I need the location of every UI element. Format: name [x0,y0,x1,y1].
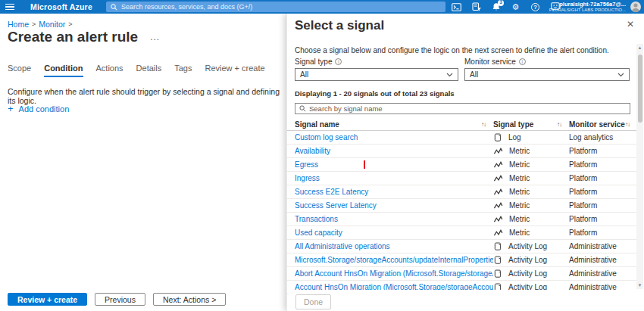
signal-name-link[interactable]: Availability [295,147,330,155]
column-header-signal-type[interactable]: Signal type ↑↓ [493,120,569,129]
scrollbar-thumb[interactable] [638,54,642,123]
signal-type-cell: Activity Log [493,269,569,278]
table-row[interactable]: IngressMetricPlatform [287,172,638,185]
global-search-input[interactable] [121,3,441,11]
signal-name-cell: Custom log search [295,133,493,142]
activity-log-icon [493,241,502,251]
page-more-menu[interactable]: ... [150,32,160,42]
metric-chart-icon [493,188,503,196]
settings-gear-icon[interactable]: ⚙ [511,2,521,12]
done-button[interactable]: Done [295,294,331,309]
main-content: Home>Monitor> Create an alert rule ... S… [0,14,286,311]
signal-name-link[interactable]: Egress [295,160,318,169]
signal-type-text: Metric [509,174,530,182]
tab-actions[interactable]: Actions [96,64,123,77]
signal-type-text: Activity Log [508,256,547,264]
metric-chart-icon [493,201,503,210]
close-icon[interactable]: ✕ [627,20,634,29]
signal-name-link[interactable]: Abort Account HnsOn Migration (Microsoft… [295,269,493,278]
panel-scrollbar[interactable]: ▲ ▼ [636,44,643,289]
signal-type-cell: Metric [493,160,569,169]
signal-name-link[interactable]: Transactions [295,215,338,223]
tab-details[interactable]: Details [136,64,162,77]
sort-icon[interactable]: ↑↓ [481,121,486,128]
cloud-shell-icon[interactable] [452,2,461,12]
signal-type-label: Signal type [295,58,332,66]
sort-icon[interactable]: ↑↓ [557,121,561,128]
breadcrumb-separator: > [68,20,72,28]
signal-name-link[interactable]: Ingress [295,174,320,182]
signal-table-body: Custom log searchLogLog analyticsAvailab… [287,131,638,294]
panel-footer: Done [288,290,644,311]
panel-title: Select a signal [295,18,384,33]
signal-name-cell: Transactions [295,215,493,223]
account-menu[interactable]: pluralsight-72a756a7@... PLURALSIGHT LAB… [549,2,626,14]
breadcrumb-link-home[interactable]: Home [8,20,29,29]
monitor-service-value: All [470,70,478,79]
signal-type-filter: Signal type i All [295,58,458,81]
table-row[interactable]: EgressMetricPlatform [287,158,638,172]
table-row[interactable]: Microsoft.Storage/storageAccounts/update… [287,253,638,267]
table-row[interactable]: AvailabilityMetricPlatform [287,145,638,158]
signal-name-link[interactable]: Microsoft.Storage/storageAccounts/update… [295,256,493,264]
sort-icon[interactable]: ↑↓ [625,121,630,128]
table-row[interactable]: Custom log searchLogLog analytics [287,131,638,145]
monitor-service-dropdown[interactable]: All [464,68,630,81]
table-row[interactable]: All Administrative operationsActivity Lo… [287,240,638,253]
search-icon [299,105,306,112]
table-row[interactable]: Success Server LatencyMetricPlatform [287,199,638,213]
signal-type-text: Metric [509,215,530,223]
chevron-down-icon [446,73,453,77]
table-row[interactable]: Success E2E LatencyMetricPlatform [287,185,638,199]
signal-name-link[interactable]: Used capacity [295,229,342,237]
table-row[interactable]: Used capacityMetricPlatform [287,226,638,240]
global-search[interactable] [106,2,445,12]
signal-name-link[interactable]: All Administrative operations [295,242,390,250]
signal-name-link[interactable]: Success E2E Latency [295,188,368,196]
signal-name-cell: Availability [295,147,493,155]
metric-chart-icon [493,174,503,182]
tab-scope[interactable]: Scope [8,64,31,77]
help-icon[interactable]: ? [530,2,540,12]
next-actions-button[interactable]: Next: Actions > [153,293,226,306]
signal-search[interactable] [295,103,630,114]
azure-brand-logo: Microsoft Azure [30,2,92,11]
avatar[interactable] [630,2,641,12]
column-header-signal-name[interactable]: Signal name ↑↓ [295,120,493,129]
add-condition-label: Add condition [19,104,70,114]
add-condition-button[interactable]: + Add condition [8,104,69,114]
monitor-service-cell: Platform [569,174,637,182]
monitor-service-cell: Platform [569,160,637,169]
previous-button[interactable]: Previous [95,293,145,306]
scroll-down-icon[interactable]: ▼ [636,281,643,289]
signal-type-cell: Metric [493,201,569,210]
signal-name-link[interactable]: Success Server Latency [295,201,377,210]
hamburger-menu-icon[interactable] [0,0,20,14]
table-row[interactable]: TransactionsMetricPlatform [287,213,638,226]
scroll-up-icon[interactable]: ▲ [636,44,643,51]
breadcrumb-separator: > [32,20,36,28]
tab-condition[interactable]: Condition [44,64,83,77]
signal-search-input[interactable] [309,104,626,113]
tab-review-create[interactable]: Review + create [205,64,264,77]
signal-type-cell: Log [493,132,569,142]
signal-name-link[interactable]: Custom log search [295,133,358,142]
tab-tags[interactable]: Tags [174,64,192,77]
signal-type-text: Activity Log [508,269,547,278]
table-row[interactable]: Abort Account HnsOn Migration (Microsoft… [287,267,638,281]
displaying-count-text: Displaying 1 - 20 signals out of total 2… [295,89,455,98]
column-header-monitor-service[interactable]: Monitor service ↑↓ [569,120,637,129]
signal-type-dropdown[interactable]: All [295,68,458,81]
topbar-icon-group: 3 ⚙ ? [452,0,560,14]
review-create-button[interactable]: Review + create [8,293,87,306]
signal-type-text: Metric [509,188,530,196]
signal-type-cell: Metric [493,174,569,182]
activity-log-icon [493,255,502,265]
directory-filter-icon[interactable] [471,2,481,12]
monitor-service-cell: Administrative [569,242,637,250]
signal-type-cell: Metric [493,147,569,155]
breadcrumb-link-monitor[interactable]: Monitor [39,20,65,29]
notifications-bell-icon[interactable]: 3 [491,2,501,12]
metric-chart-icon [493,229,503,237]
metric-chart-icon [493,147,503,155]
